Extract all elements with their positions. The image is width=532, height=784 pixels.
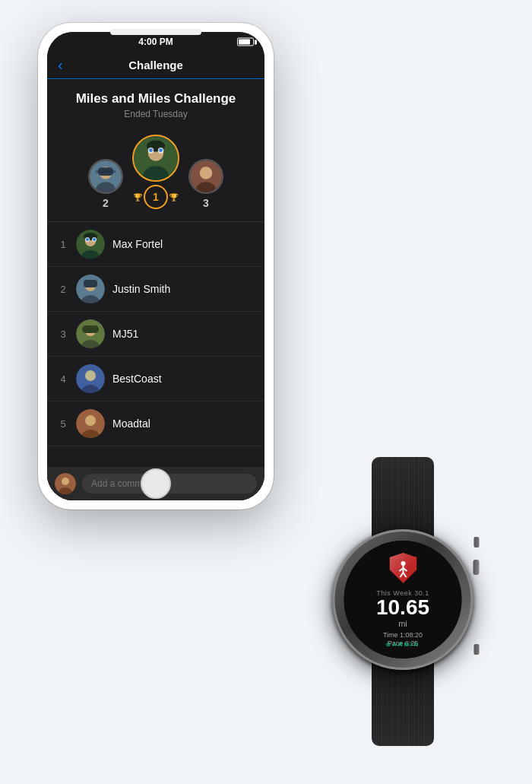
nav-title: Challenge [128, 59, 183, 71]
comment-user-avatar [55, 473, 76, 494]
watch-button-bottom[interactable] [474, 644, 480, 655]
scene: 4:00 PM ‹ Challenge Miles and Miles Chal… [0, 0, 532, 784]
leader-rank: 1 [58, 239, 68, 250]
list-item[interactable]: 1 [47, 222, 264, 267]
battery-icon [237, 38, 254, 46]
watch-time: Time 1:08:20 [383, 631, 423, 639]
svg-point-12 [159, 148, 163, 152]
status-time: 4:00 PM [138, 37, 173, 47]
list-item[interactable]: 2 Justin Smith [47, 267, 264, 312]
leader-avatar [76, 230, 105, 259]
leader-rank: 4 [58, 373, 68, 385]
phone: 4:00 PM ‹ Challenge Miles and Miles Chal… [38, 23, 274, 509]
challenge-title: Miles and Miles Challenge [59, 91, 252, 106]
watch-unit: mi [398, 619, 407, 628]
leader-name: BestCoast [112, 373, 162, 385]
leader-avatar [76, 319, 105, 348]
svg-point-41 [401, 561, 405, 566]
leaderboard: 1 [47, 222, 264, 446]
phone-screen: 4:00 PM ‹ Challenge Miles and Miles Chal… [47, 32, 264, 500]
watch-crown[interactable] [473, 560, 480, 575]
list-item[interactable]: 3 MJ51 [47, 312, 264, 357]
watch-button-top[interactable] [474, 537, 480, 548]
leader-avatar [76, 275, 105, 303]
podium-avatar-third [188, 159, 223, 194]
leader-rank: 5 [58, 418, 68, 430]
leader-name: Moadtal [112, 417, 150, 430]
back-button[interactable]: ‹ [58, 56, 63, 74]
leader-name: Max Fortel [112, 238, 163, 250]
phone-home-button[interactable] [141, 468, 171, 499]
podium-item-second: 2 [88, 159, 123, 209]
podium: 2 [47, 127, 264, 221]
svg-point-21 [86, 238, 89, 241]
svg-rect-31 [82, 325, 99, 333]
watch-screen-content: This Week 30.1 10.65 mi Time 1:08:20 Pac… [344, 541, 462, 659]
podium-item-third: 3 [188, 159, 223, 209]
watch-bezel: This Week 30.1 10.65 mi Time 1:08:20 Pac… [333, 529, 473, 670]
challenge-header: Miles and Miles Challenge Ended Tuesday [47, 79, 264, 127]
leader-rank: 2 [58, 284, 68, 295]
leader-name: Justin Smith [112, 283, 170, 295]
list-item[interactable]: 5 Moadtal [47, 402, 264, 446]
watch-distance: 10.65 [376, 597, 429, 618]
app-content: Miles and Miles Challenge Ended Tuesday [47, 79, 264, 500]
leader-name: MJ51 [112, 328, 138, 340]
leader-avatar [76, 409, 105, 438]
svg-point-10 [149, 148, 153, 152]
leader-avatar [76, 364, 105, 393]
podium-avatar-second [88, 159, 123, 194]
leader-rank: 3 [58, 329, 68, 340]
watch-case: This Week 30.1 10.65 mi Time 1:08:20 Pac… [333, 529, 473, 670]
svg-point-14 [200, 167, 212, 179]
svg-point-23 [93, 238, 96, 241]
challenge-subtitle: Ended Tuesday [59, 109, 252, 119]
svg-rect-4 [95, 170, 116, 173]
garmin-logo: GARMIN [386, 641, 420, 648]
phone-speaker [110, 29, 201, 35]
podium-rank-third: 3 [203, 197, 209, 209]
watch-shield-icon [389, 553, 416, 583]
laurel-ring: 1 [144, 185, 168, 209]
smartwatch: This Week 30.1 10.65 mi Time 1:08:20 Pac… [296, 457, 509, 746]
podium-item-first: 1 [132, 135, 179, 209]
battery-fill [239, 40, 250, 45]
svg-point-36 [85, 415, 96, 426]
nav-bar: ‹ Challenge [47, 52, 264, 79]
svg-point-33 [85, 370, 96, 381]
podium-avatar-first [132, 135, 179, 182]
svg-point-39 [62, 478, 69, 485]
list-item[interactable]: 4 BestCoast [47, 357, 264, 402]
podium-rank-second: 2 [103, 197, 109, 209]
svg-rect-27 [84, 280, 97, 287]
watch-screen: This Week 30.1 10.65 mi Time 1:08:20 Pac… [344, 541, 462, 659]
podium-rank-first-laurel: 1 [144, 185, 168, 209]
